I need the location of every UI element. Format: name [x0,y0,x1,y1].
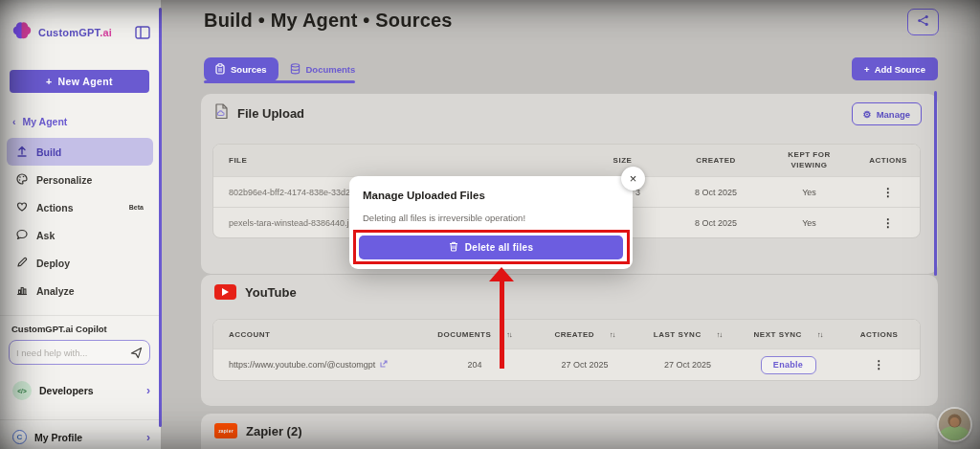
add-source-button[interactable]: + Add Source [852,57,938,80]
col-created: CREATED↑↓ [532,330,637,339]
sidebar-item-my-profile[interactable]: C My Profile › [7,425,156,449]
youtube-table-header: ACCOUNT DOCUMENTS↑↓ CREATED↑↓ LAST SYNC↑… [213,320,920,348]
share-button[interactable] [907,9,939,35]
file-kept: Yes [764,218,855,228]
heart-hand-icon [16,201,28,214]
sidebar-item-personalize[interactable]: Personalize [7,166,153,193]
brand-row: CustomGPT.ai [11,19,151,46]
nav-label: Personalize [36,174,92,186]
sort-icon[interactable]: ↑↓ [817,330,823,339]
kebab-menu-icon[interactable]: ⋮ [882,186,894,199]
code-icon: </> [12,381,32,400]
plus-icon: + [864,64,870,75]
tab-documents[interactable]: Documents [278,57,368,81]
content-scrollbar[interactable] [934,91,937,276]
sidebar-scrollbar[interactable] [159,8,162,427]
sidebar-item-ask[interactable]: Ask [7,221,153,249]
file-created: 8 Oct 2025 [668,218,764,228]
sort-icon[interactable]: ↑↓ [506,330,512,339]
send-icon[interactable] [130,347,143,359]
chevron-right-icon: › [146,384,150,397]
tab-sources[interactable]: Sources [204,57,278,81]
sidebar-item-analyze[interactable]: Analyze [7,277,153,304]
copilot-label: CustomGPT.ai Copilot [11,324,107,334]
sidebar-item-build[interactable]: Build [7,138,153,166]
tab-underline [204,80,355,83]
beta-badge: Beta [129,204,144,211]
database-icon [290,63,301,77]
sidebar: CustomGPT.ai + New Agent ‹ My Agent Buil… [0,0,161,449]
nav-label: Analyze [36,285,75,297]
clipboard-icon [215,63,225,77]
divider [0,315,159,316]
close-icon[interactable]: × [621,167,645,191]
share-icon [917,14,929,30]
profile-label: My Profile [34,432,82,443]
col-created: CREATED [668,156,764,165]
file-kept: Yes [764,188,855,197]
nav-label: Deploy [36,258,70,269]
col-actions: ACTIONS [838,330,920,339]
col-next-sync: NEXT SYNC↑↓ [738,330,838,339]
sidebar-item-developers[interactable]: </> Developers › [7,376,156,405]
col-last-sync: LAST SYNC↑↓ [637,330,738,339]
enable-button[interactable]: Enable [761,356,816,374]
kebab-menu-icon[interactable]: ⋮ [874,358,885,371]
sidebar-item-deploy[interactable]: Deploy [7,249,153,277]
palette-icon [16,173,28,187]
trash-icon [449,241,458,254]
gear-icon: ⚙ [863,109,872,120]
file-upload-title: File Upload [237,106,304,121]
col-documents: DOCUMENTS↑↓ [417,330,532,339]
youtube-icon [214,284,236,300]
new-agent-button[interactable]: + New Agent [10,70,149,93]
profile-circle-icon: C [12,430,27,444]
user-avatar[interactable] [939,409,970,440]
app-window: CustomGPT.ai + New Agent ‹ My Agent Buil… [0,0,980,449]
youtube-section: YouTube ACCOUNT DOCUMENTS↑↓ CREATED↑↓ LA… [201,275,938,406]
manage-button[interactable]: ⚙ Manage [852,102,922,125]
copilot-input[interactable] [16,348,122,358]
documents-count: 204 [417,360,532,370]
youtube-title: YouTube [245,285,297,300]
created-date: 27 Oct 2025 [532,360,637,370]
chevron-right-icon: › [146,431,150,444]
zapier-section: zapier Zapier (2) [201,414,938,449]
back-my-agent[interactable]: ‹ My Agent [12,116,67,127]
tab-sources-label: Sources [231,64,267,75]
table-row: https://www.youtube.com/@customgpt 204 2… [213,348,920,380]
col-account: ACCOUNT [213,330,417,339]
file-created: 8 Oct 2025 [668,188,764,197]
nav-label: Actions [36,202,74,213]
copilot-input-wrap [9,340,150,365]
external-link-icon[interactable] [380,360,388,370]
col-kept-for-viewing: KEPT FOR VIEWING [764,150,855,171]
pen-icon [16,257,28,270]
sidebar-collapse-icon[interactable] [134,25,151,40]
brand-name: CustomGPT.ai [38,27,112,38]
delete-all-files-button[interactable]: Delete all files [359,236,623,259]
developers-label: Developers [39,385,94,396]
brand-logo-icon [11,20,33,45]
sidebar-item-actions[interactable]: Actions Beta [7,193,153,221]
chat-bubble-icon [16,229,28,242]
sidebar-nav: Build Personalize Actions Beta Ask Deplo… [7,138,153,304]
plus-icon: + [46,76,53,87]
col-size: SIZE [577,156,668,165]
zapier-icon: zapier [214,423,237,438]
tab-documents-label: Documents [306,64,356,75]
file-table-header: FILE SIZE CREATED KEPT FOR VIEWING ACTIO… [213,145,920,176]
sort-icon[interactable]: ↑↓ [610,330,615,339]
nav-label: Build [36,146,61,158]
divider [0,419,159,420]
modal-title: Manage Uploaded Files [363,190,485,201]
manage-files-modal: × Manage Uploaded Files Deleting all fil… [349,176,633,269]
sort-icon[interactable]: ↑↓ [717,330,723,339]
file-upload-icon [214,103,229,123]
kebab-menu-icon[interactable]: ⋮ [882,216,894,230]
col-file: FILE [213,156,577,165]
youtube-account-link[interactable]: https://www.youtube.com/@customgpt [229,360,375,370]
tabbar: Sources Documents [204,57,367,81]
modal-warning-text: Deleting all files is irreversible opera… [363,213,525,223]
last-sync-date: 27 Oct 2025 [637,360,738,370]
